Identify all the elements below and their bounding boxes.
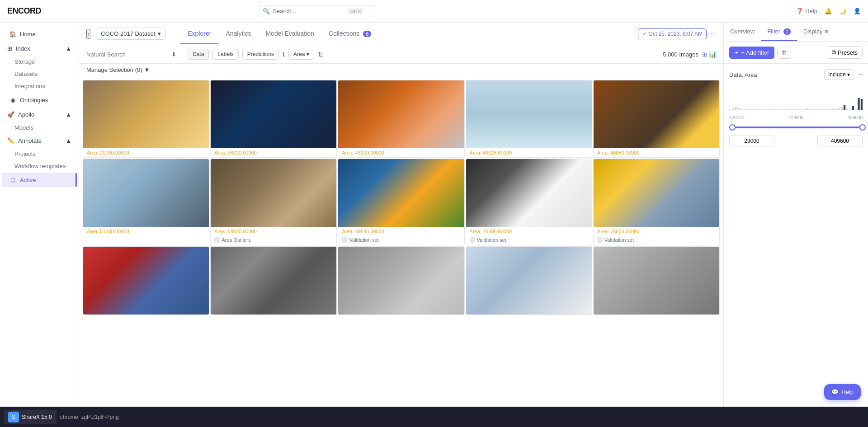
right-tab-display[interactable]: Display ⚙ bbox=[797, 23, 835, 41]
image-card-6[interactable]: Area: 51200.00000 bbox=[83, 159, 209, 245]
download-icon[interactable]: ⬇ bbox=[171, 51, 176, 58]
sort-icon[interactable]: ⇅ bbox=[318, 51, 323, 58]
sidebar-section-apollo[interactable]: 🚀 Apollo ▲ bbox=[0, 108, 79, 122]
image-card-7[interactable]: Area: 69120.00000 Area Outliers bbox=[210, 159, 337, 245]
right-tab-filter[interactable]: Filter 1 bbox=[761, 23, 797, 41]
filter-remove-button[interactable]: − bbox=[859, 70, 863, 79]
image-card-4[interactable]: Area: 46025.00000 bbox=[466, 80, 592, 158]
svg-rect-42 bbox=[849, 109, 851, 110]
sidebar-item-ontologies[interactable]: ◉ Ontologies bbox=[2, 93, 77, 107]
sidebar-item-integrations[interactable]: Integrations bbox=[0, 80, 79, 92]
help-fab-icon: 💬 bbox=[831, 389, 839, 395]
theme-button[interactable]: 🌙 bbox=[839, 8, 846, 14]
tag-dot-icon bbox=[597, 237, 603, 243]
range-min-input[interactable] bbox=[729, 136, 774, 146]
chevron-down-area-icon: ▾ bbox=[307, 51, 309, 57]
image-card-12[interactable] bbox=[210, 246, 337, 315]
tab-analytics[interactable]: Analytics bbox=[218, 23, 258, 44]
filter-badge: 1 bbox=[783, 28, 791, 35]
svg-rect-3 bbox=[738, 108, 740, 110]
help-fab[interactable]: 💬 Help bbox=[824, 384, 861, 400]
range-max-input[interactable] bbox=[817, 136, 863, 146]
more-options-button[interactable]: ⋯ bbox=[710, 30, 716, 37]
manage-selection-chevron: ▼ bbox=[144, 66, 150, 73]
image-card-10[interactable]: Area: 76800.00000 Validation set bbox=[593, 159, 720, 245]
settings-icon: ⚙ bbox=[824, 29, 829, 34]
date-filter[interactable]: ✓ Oct 25, 2023, 8:07 AM bbox=[638, 28, 707, 39]
windows-taskbar: S ShareX 15.0 chrome_zgPtJ1plFP.png bbox=[0, 407, 868, 427]
image-card-3[interactable]: Area: 43200.00000 bbox=[338, 80, 464, 158]
sidebar-section-annotate[interactable]: ✏️ Annotate ▲ bbox=[0, 134, 79, 148]
svg-rect-28 bbox=[809, 109, 811, 110]
chevron-up-icon: ▲ bbox=[66, 45, 71, 52]
sharex-taskbar-item[interactable]: S ShareX 15.0 bbox=[4, 410, 57, 424]
image-card-9[interactable]: Area: 76800.00000 Validation set bbox=[466, 159, 592, 245]
filter-include-dropdown[interactable]: Include ▾ bbox=[824, 69, 854, 80]
clear-filters-button[interactable]: 🗑 bbox=[777, 47, 791, 59]
sidebar-item-projects[interactable]: Projects bbox=[0, 148, 79, 160]
image-card-2[interactable]: Area: 38720.00000 bbox=[210, 80, 337, 158]
sidebar-item-storage[interactable]: Storage bbox=[0, 56, 79, 68]
add-filter-button[interactable]: + + Add filter bbox=[729, 47, 774, 59]
sidebar-section-index[interactable]: ⊞ Index ▲ bbox=[0, 42, 79, 56]
filter-section-area: Data: Area Include ▾ − bbox=[724, 64, 868, 152]
help-button[interactable]: ❓ Help bbox=[796, 8, 817, 14]
sidebar-item-home[interactable]: 🏠 Home bbox=[2, 27, 77, 41]
sidebar-item-workflow-templates[interactable]: Workflow templates bbox=[0, 160, 79, 172]
svg-rect-14 bbox=[769, 109, 771, 110]
area-dropdown[interactable]: Area ▾ bbox=[288, 49, 314, 60]
search-input[interactable] bbox=[273, 8, 345, 14]
user-button[interactable]: 👤 bbox=[854, 8, 861, 14]
image-grid: Area: 29000.00000Area: 38720.00000Area: … bbox=[79, 76, 723, 319]
index-icon: ⊞ bbox=[7, 45, 12, 52]
image-card-15[interactable] bbox=[593, 246, 720, 315]
image-thumbnail-10 bbox=[594, 159, 719, 227]
range-slider[interactable] bbox=[729, 123, 863, 132]
range-thumb-right[interactable] bbox=[859, 124, 866, 131]
image-thumbnail-5 bbox=[594, 80, 719, 148]
svg-rect-13 bbox=[766, 109, 768, 110]
right-tab-overview[interactable]: Overview bbox=[724, 23, 761, 41]
tab-explorer[interactable]: Explorer bbox=[180, 23, 218, 44]
search-box[interactable]: 🔍 ctrl K bbox=[258, 5, 375, 17]
tab-model-evaluation[interactable]: Model Evaluation bbox=[258, 23, 321, 44]
image-tag-7: Area Outliers bbox=[211, 236, 336, 245]
svg-rect-12 bbox=[764, 109, 765, 110]
range-thumb-left[interactable] bbox=[729, 124, 736, 131]
labels-tab-btn[interactable]: Labels bbox=[212, 49, 238, 60]
image-card-14[interactable] bbox=[466, 246, 592, 315]
svg-rect-27 bbox=[807, 108, 808, 110]
info-icon[interactable]: ℹ bbox=[283, 51, 285, 58]
svg-rect-17 bbox=[778, 109, 779, 110]
svg-rect-16 bbox=[775, 109, 777, 110]
image-card-11[interactable] bbox=[83, 246, 209, 315]
sidebar-item-active[interactable]: ⬡ Active bbox=[2, 173, 77, 187]
chart-view-icon[interactable]: 📊 bbox=[709, 51, 716, 58]
manage-selection[interactable]: Manage Selection (0) ▼ bbox=[79, 64, 723, 76]
dataset-selector[interactable]: COCO 2017 Dataset ▾ bbox=[96, 28, 166, 40]
notifications-button[interactable]: 🔔 bbox=[825, 8, 832, 14]
tab-collections[interactable]: Collections 6 bbox=[321, 23, 379, 44]
image-card-13[interactable] bbox=[338, 246, 464, 315]
grid-view-icon[interactable]: ⊞ bbox=[702, 51, 707, 58]
back-button[interactable]: ‹ bbox=[86, 29, 90, 39]
predictions-tab-btn[interactable]: Predictions bbox=[242, 49, 279, 60]
image-area-value-9: Area: 76800.00000 bbox=[466, 227, 592, 236]
image-area-value-6: Area: 51200.00000 bbox=[83, 227, 209, 236]
help-circle-icon: ❓ bbox=[796, 8, 803, 14]
presets-button[interactable]: ⧉ Presets bbox=[827, 46, 863, 59]
image-card-1[interactable]: Area: 29000.00000 bbox=[83, 80, 209, 158]
image-thumbnail-12 bbox=[211, 247, 336, 314]
image-thumbnail-13 bbox=[338, 247, 464, 314]
image-tag-8: Validation set bbox=[338, 236, 464, 245]
data-tab-btn[interactable]: Data bbox=[188, 49, 209, 60]
sidebar: 🏠 Home ⊞ Index ▲ Storage Datasets Integr… bbox=[0, 23, 79, 407]
svg-rect-31 bbox=[818, 109, 820, 110]
sidebar-item-models[interactable]: Models bbox=[0, 122, 79, 134]
main-layout: 🏠 Home ⊞ Index ▲ Storage Datasets Integr… bbox=[0, 23, 868, 407]
natural-search-input[interactable] bbox=[86, 51, 168, 58]
tag-dot-icon bbox=[214, 237, 220, 243]
image-card-5[interactable]: Area: 46080.00000 bbox=[593, 80, 720, 158]
sidebar-item-datasets[interactable]: Datasets bbox=[0, 68, 79, 80]
image-card-8[interactable]: Area: 69845.00000 Validation set bbox=[338, 159, 464, 245]
